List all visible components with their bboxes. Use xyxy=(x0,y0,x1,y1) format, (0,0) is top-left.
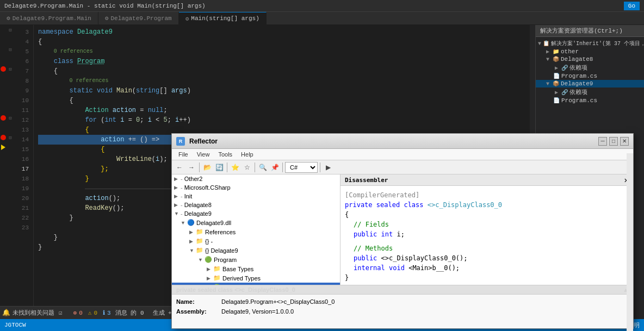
checkbox-icon[interactable]: ☑ xyxy=(59,309,63,316)
code-line-4: { xyxy=(38,37,530,47)
rtree-del9ns[interactable]: ▼ 📁 {} Delagate9 xyxy=(172,246,340,255)
rexpand-init: ▶ xyxy=(174,193,181,199)
tree-del9-program[interactable]: 📄 Program.cs xyxy=(536,97,644,104)
solution-explorer-title: 解决方案资源管理器(Ctrl+;) xyxy=(540,28,623,34)
margin-line-1 xyxy=(0,25,7,35)
indent-16 xyxy=(38,174,85,184)
toolbar-back[interactable]: ← xyxy=(174,162,185,173)
rtree-other2[interactable]: ▶ - Other2 xyxy=(172,174,340,183)
tree-del8-deps[interactable]: ▶ 🔗 依赖项 xyxy=(536,63,644,72)
toolbar-search[interactable]: 🔍 xyxy=(257,162,268,173)
reflector-maximize[interactable]: □ xyxy=(609,137,618,146)
fold-12[interactable]: ⊟ xyxy=(7,133,14,142)
disasm-kw-public2: public xyxy=(354,254,377,262)
fold-3[interactable]: ⊟ xyxy=(7,45,14,54)
tab-program[interactable]: ⚙ Delagate9.Program xyxy=(98,12,179,24)
toolbar-star2[interactable]: ☆ xyxy=(242,162,252,173)
pp-10: ++) xyxy=(179,115,191,125)
paren-14b: ); xyxy=(159,154,167,164)
go-button[interactable]: Go xyxy=(624,2,640,10)
title-bar-left: Delagate9.Program.Main - static void Mai… xyxy=(4,3,624,9)
rtree-basetypes[interactable]: ▶ 📁 Base Types xyxy=(172,264,340,273)
menu-tools[interactable]: Tools xyxy=(214,150,237,159)
tree-del8-program[interactable]: 📄 Program.cs xyxy=(536,72,644,80)
toolbar-sep-4 xyxy=(282,163,283,172)
reflector-minimize[interactable]: ─ xyxy=(598,137,607,146)
toolbar-star[interactable]: ⭐ xyxy=(230,162,240,173)
toolbar-refresh[interactable]: 🔄 xyxy=(214,162,225,173)
language-select[interactable]: C# VB IL xyxy=(285,162,318,173)
fold-5[interactable]: ⊟ xyxy=(7,64,14,74)
method-writeline: WriteLine xyxy=(116,154,152,164)
tab-active[interactable]: ⚙ Main(string[] args) xyxy=(179,12,267,24)
disasm-brace-open: { xyxy=(345,211,349,218)
tree-other[interactable]: ▶ 📁 other xyxy=(536,48,644,55)
icon-del8prog: 📄 xyxy=(553,73,560,79)
bottom-name-value: Delagate9.Program+<>c_DisplayClass0_0 xyxy=(221,298,335,305)
toolbar-sep-3 xyxy=(255,163,255,172)
brace-13: { xyxy=(101,145,104,154)
brace-4: { xyxy=(38,37,42,47)
reflector-title-text: Reflector xyxy=(189,138,218,145)
fold-8 xyxy=(7,93,14,103)
disasm-field-name: i; xyxy=(397,230,405,238)
margin-line-10 xyxy=(0,113,7,123)
code-line-8: { xyxy=(38,96,530,105)
tree-delagate9[interactable]: ▼ 📦 Delagate9 xyxy=(536,80,644,88)
kw-null: null xyxy=(148,105,164,115)
rtree-derivedtypes[interactable]: ▶ 📁 Derived Types xyxy=(172,273,340,283)
rtree-del9dll[interactable]: ▼ 🔵 Delagate9.dll xyxy=(172,218,340,227)
toolbar-run[interactable]: ▶ xyxy=(323,162,333,173)
rtree-braces[interactable]: ▶ 📁 {} - xyxy=(172,236,340,246)
tree-del9-deps[interactable]: ▶ 🔗 依赖项 xyxy=(536,88,644,97)
rlabel-init: Init xyxy=(184,193,193,199)
reflector-tree[interactable]: ▶ - Other2 ▶ - Microsoft.CSharp ▶ - Init… xyxy=(172,174,340,285)
tree-delagate8[interactable]: ▼ 📦 Delagate8 xyxy=(536,55,644,63)
margin-line-17 xyxy=(0,142,7,152)
code-line-5b: class Program xyxy=(38,57,530,66)
tab-main[interactable]: ⚙ Delagate9.Program.Main xyxy=(0,12,98,24)
menu-file[interactable]: File xyxy=(174,150,193,159)
indent-8 xyxy=(38,96,70,105)
fold-1[interactable]: ⊟ xyxy=(7,25,14,35)
ricon-program: 🟢 xyxy=(205,256,212,263)
msg-suffix: 消息 的 0 xyxy=(115,309,144,317)
brace-6: { xyxy=(54,66,58,76)
call-18: (); xyxy=(109,193,121,203)
menu-help[interactable]: Help xyxy=(237,150,258,159)
margin-line-11 xyxy=(0,123,7,133)
toolbar-forward[interactable]: → xyxy=(186,162,197,173)
disasm-kw-class: class xyxy=(404,201,423,209)
fold-6 xyxy=(7,74,14,84)
method-readkey: ReadKey xyxy=(85,203,112,213)
rexpand-del9dll: ▼ xyxy=(181,220,187,226)
menu-view[interactable]: View xyxy=(193,150,214,159)
expand-del8: ▼ xyxy=(544,57,551,63)
rtree-del8[interactable]: ▶ - Delagate8 xyxy=(172,201,340,209)
rtree-init[interactable]: ▶ - Init xyxy=(172,192,340,201)
rtree-del9[interactable]: ▼ - Delagate9 xyxy=(172,209,340,218)
indent-10 xyxy=(38,115,85,125)
ref-5: 0 references xyxy=(54,47,93,57)
ricon-refs: 📁 xyxy=(196,228,203,235)
toolbar-pin[interactable]: 📌 xyxy=(269,162,280,173)
ln-20: 20 xyxy=(18,193,29,203)
ln-19: 19 xyxy=(18,184,29,193)
disasm-methods-comment: // Methods xyxy=(354,243,629,253)
code-line-7: static void Main(string[] args) xyxy=(38,86,530,96)
app-title: Delagate9.Program.Main - static void Mai… xyxy=(4,3,206,9)
reflector-close[interactable]: ✕ xyxy=(620,137,629,146)
rexpand-program: ▼ xyxy=(198,257,205,263)
margin-line-4 xyxy=(0,54,7,64)
error-count: 0 xyxy=(79,310,83,316)
toolbar-open[interactable]: 📂 xyxy=(202,162,213,173)
brace-22: } xyxy=(54,233,58,242)
icon-other: 📁 xyxy=(553,48,559,55)
rtree-mscsharp[interactable]: ▶ - Microsoft.CSharp xyxy=(172,183,340,192)
rtree-references[interactable]: ▶ 📁 References xyxy=(172,227,340,236)
reflector-icon: R xyxy=(176,137,185,146)
notification-area[interactable]: 🔔 未找到相关问题 ☑ xyxy=(2,309,63,317)
rtree-program[interactable]: ▼ 🟢 Program xyxy=(172,255,340,264)
fold-10[interactable]: ⊟ xyxy=(7,113,14,123)
icon-del8deps: 🔗 xyxy=(561,65,568,71)
